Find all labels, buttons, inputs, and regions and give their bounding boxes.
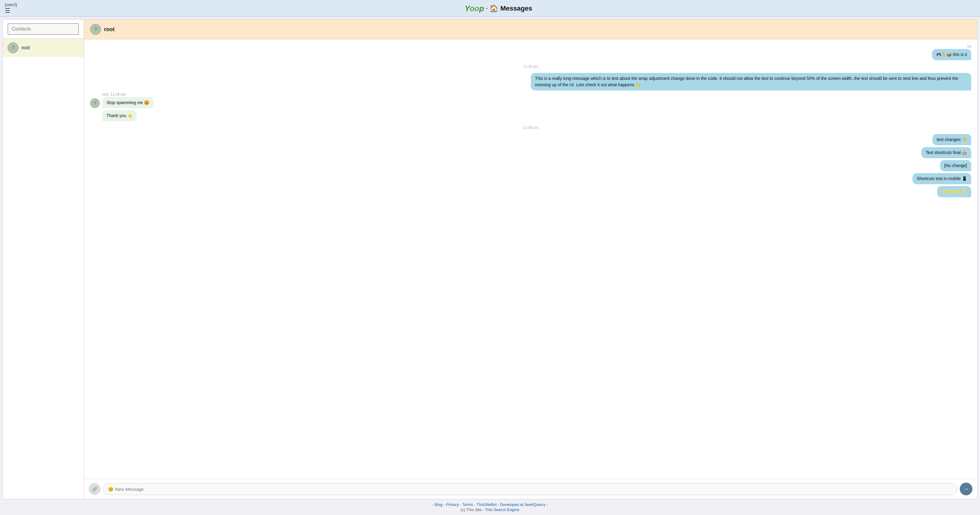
msg7-bubble: [No change] xyxy=(940,160,972,171)
main-container: ? root ? root us 🎮🐍📦 this is it 11:26 am xyxy=(0,17,980,499)
contacts-search[interactable] xyxy=(8,23,79,35)
table-row: test changes 👋 xyxy=(90,134,971,145)
msg6-bubble: Test shortcuts final 🎰 xyxy=(921,147,971,158)
chat-area: ? root us 🎮🐍📦 this is it 11:26 am This i… xyxy=(84,19,978,499)
chat-header-avatar: ? xyxy=(90,24,101,35)
msg5-bubble: test changes 👋 xyxy=(932,134,971,145)
chat-header: ? root xyxy=(84,20,977,39)
msg3-avatar: ? xyxy=(90,98,100,108)
footer-search-engine-link[interactable]: This Search Engine xyxy=(485,507,519,512)
brand-title: Messages xyxy=(500,5,532,13)
footer: - Blog - Privacy - Terms - ThisSiteBot -… xyxy=(0,499,980,515)
footer-link-blog[interactable]: Blog xyxy=(435,502,442,507)
table-row: This is a really long message which is t… xyxy=(90,73,971,91)
table-row: ? Stop spamming me 😡 xyxy=(90,97,971,108)
contacts-header xyxy=(3,20,84,39)
msg4-bubble: Thank you 👆 xyxy=(102,110,137,121)
footer-link-privacy[interactable]: Privacy xyxy=(446,502,459,507)
table-row: Test shortcuts final 🎰 xyxy=(90,147,971,158)
contact-item-root[interactable]: ? root xyxy=(3,39,84,57)
table-row: Shortcuts test in mobile 📱 xyxy=(90,173,971,184)
contact-avatar-root: ? xyxy=(8,42,18,53)
contact-name-root: root xyxy=(21,45,30,51)
table-row: [No change] xyxy=(90,160,971,171)
table-row: 🎮🐍📦 this is it xyxy=(90,49,971,60)
footer-links: - Blog - Privacy - Terms - ThisSiteBot -… xyxy=(3,502,977,507)
msg3-group: root, 11:29 am ? Stop spamming me 😡 xyxy=(90,92,971,108)
msg3-bubble: Stop spamming me 😡 xyxy=(102,97,154,108)
brand-logo: Yoop xyxy=(465,4,484,13)
brand-separator: - xyxy=(486,5,488,11)
msg1-bubble: 🎮🐍📦 this is it xyxy=(932,49,971,60)
send-button[interactable]: → xyxy=(960,483,972,495)
timestamp-1126: 11:26 am xyxy=(90,64,971,69)
sidebar: ? root xyxy=(2,19,84,499)
table-row: ⭐⭐⭐⭐⭐ xyxy=(90,186,971,197)
footer-copyright: (c) This Site - This Search Engine xyxy=(3,507,977,512)
navbar: [user2] ☰ Yoop - 🏠 Messages xyxy=(0,0,980,17)
attach-button[interactable]: 🔗 xyxy=(89,483,100,495)
messages-container: us 🎮🐍📦 this is it 11:26 am This is a rea… xyxy=(84,39,977,479)
navbar-brand: Yoop - 🏠 Messages xyxy=(22,4,975,13)
timestamp-1205: 12:05 pm xyxy=(90,126,971,130)
msg1-us-label: us xyxy=(967,44,971,48)
footer-link-thissitebot[interactable]: ThisSiteBot xyxy=(476,502,496,507)
message-input[interactable] xyxy=(103,483,957,495)
footer-copyright-text: (c) This Site - xyxy=(461,507,484,512)
table-row: Thank you 👆 xyxy=(90,110,971,121)
hamburger-icon[interactable]: ☰ xyxy=(5,7,10,14)
msg9-bubble: ⭐⭐⭐⭐⭐ xyxy=(937,186,971,197)
msg8-bubble: Shortcuts test in mobile 📱 xyxy=(913,173,971,184)
footer-link-developed[interactable]: Developed at SeekQuarry xyxy=(500,502,545,507)
message-input-row: 🔗 → xyxy=(84,479,977,499)
footer-link-terms[interactable]: Terms xyxy=(463,502,473,507)
msg1-group: us 🎮🐍📦 this is it xyxy=(90,44,971,60)
chat-header-name: root xyxy=(104,26,115,33)
home-icon: 🏠 xyxy=(489,4,498,13)
navbar-user: [user2] xyxy=(5,2,17,7)
msg3-sender: root, 11:29 am xyxy=(102,92,126,97)
msg2-bubble: This is a really long message which is t… xyxy=(531,73,972,91)
